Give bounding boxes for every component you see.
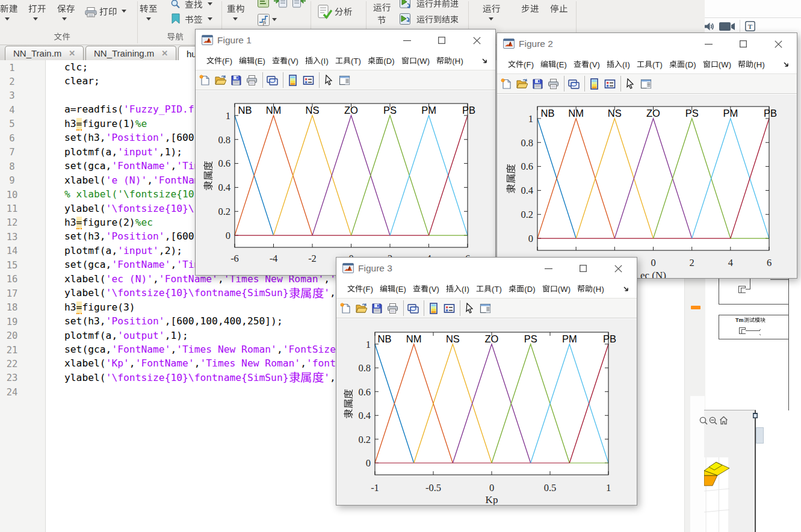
menu-f[interactable]: (F) (206, 57, 232, 66)
menu-v[interactable]: (V) (272, 57, 298, 66)
new-figure-icon[interactable] (340, 303, 351, 314)
print-figure-icon[interactable] (548, 78, 559, 90)
menu-h[interactable]: (H) (738, 60, 765, 69)
insert-colorbar-icon[interactable] (428, 303, 439, 314)
menu-d[interactable]: (D) (368, 57, 395, 66)
maximize-button[interactable] (729, 33, 757, 55)
open-button[interactable] (28, 4, 46, 14)
code-line-2[interactable]: clear; (64, 74, 100, 88)
goto-dropdown-caret[interactable] (146, 17, 151, 20)
edit-plot-cursor-icon[interactable] (625, 78, 636, 90)
menu-d[interactable]: (D) (509, 285, 536, 294)
zoom-in-icon[interactable] (699, 416, 708, 427)
menu-d[interactable]: (D) (669, 60, 696, 69)
menu-w[interactable]: (W) (401, 57, 430, 66)
dock-icon[interactable] (753, 410, 758, 421)
close-button[interactable] (604, 258, 632, 279)
print-figure-icon[interactable] (246, 75, 258, 86)
run-advance-button[interactable] (416, 0, 459, 8)
menu-overflow-icon[interactable] (623, 285, 631, 295)
save-figure-icon[interactable] (371, 303, 383, 314)
code-line-21[interactable]: set(gca,'FontName','Times New Roman','Fo… (64, 342, 371, 356)
analyze-button[interactable] (335, 7, 352, 17)
figure-titlebar[interactable]: Figure 3 (336, 258, 637, 280)
save-figure-icon[interactable] (532, 78, 543, 90)
insert-colorbar-icon[interactable] (589, 78, 600, 90)
menu-e[interactable]: (E) (540, 60, 567, 69)
insert-legend-icon[interactable] (303, 75, 314, 86)
speaker-icon[interactable] (705, 22, 715, 34)
tab-close-icon[interactable]: ✕ (161, 49, 168, 58)
code-line-20[interactable]: plotmf(a,'output',1); (64, 329, 188, 342)
menu-h[interactable]: (H) (577, 285, 604, 294)
figure-canvas[interactable]: -1-0.500.5100.20.40.60.81NBNMNSZOPSPMPBK… (336, 319, 637, 505)
link-plot-icon[interactable] (568, 78, 580, 90)
new-figure-icon[interactable] (199, 75, 211, 86)
property-inspector-icon[interactable] (480, 303, 491, 314)
save-button[interactable] (57, 4, 75, 14)
figure-canvas[interactable]: -6-4-2024600.20.40.60.81NBNMNSZOPSPMPBec… (497, 94, 797, 278)
menu-e[interactable]: (E) (380, 285, 406, 294)
minimize-button[interactable] (393, 29, 421, 51)
bookmark-dropdown-caret[interactable] (208, 17, 212, 20)
menu-h[interactable]: (H) (436, 57, 463, 66)
open-file-icon[interactable] (516, 78, 528, 90)
figure-window-3[interactable]: Figure 3(F)(E)(V)(I)(T)(D)(W)(H)-1-0.500… (336, 257, 637, 506)
menu-f[interactable]: (F) (347, 285, 373, 294)
run-section-button-line2[interactable] (377, 16, 386, 25)
menu-t[interactable]: (T) (637, 60, 663, 69)
menu-t[interactable]: (T) (335, 57, 361, 66)
code-line-7[interactable]: plotmf(a,'input',1); (64, 145, 182, 159)
menu-i[interactable]: (I) (607, 60, 630, 69)
link-plot-icon[interactable] (407, 303, 419, 314)
code-line-14[interactable]: plotmf(a,'input',2); (64, 244, 182, 258)
insert-legend-icon[interactable] (604, 78, 616, 90)
tab-close-icon[interactable]: ✕ (69, 49, 75, 58)
figure-canvas[interactable]: -6-4-2024600.20.40.60.81NBNMNSZOPSPMPBe … (196, 91, 495, 275)
editor-tab-NN_Train.m[interactable]: NN_Train.m✕ (5, 46, 84, 60)
function-dropdown-caret[interactable] (272, 18, 277, 21)
new-figure-icon[interactable] (501, 78, 512, 90)
code-line-12[interactable]: h3=figure(2)%ec (64, 215, 153, 229)
figure-titlebar[interactable]: Figure 2 (497, 33, 797, 55)
save-dropdown-caret[interactable] (62, 17, 67, 20)
indent-out-icon[interactable] (292, 0, 306, 10)
code-line-18[interactable]: h3=figure(3) (64, 300, 135, 314)
bookmark-button[interactable] (185, 15, 202, 25)
menu-i[interactable]: (I) (305, 57, 329, 66)
run-section-button[interactable] (373, 3, 391, 13)
menu-i[interactable]: (I) (446, 285, 469, 294)
menu-e[interactable]: (E) (239, 57, 265, 66)
maximize-button[interactable] (428, 29, 456, 51)
close-button[interactable] (463, 29, 490, 51)
code-line-5[interactable]: h3=figure(1)%e (64, 117, 147, 131)
warning-marker[interactable] (691, 306, 700, 309)
goto-button[interactable] (140, 4, 157, 14)
property-inspector-icon[interactable] (339, 75, 350, 86)
save-figure-icon[interactable] (230, 75, 242, 86)
insert-legend-icon[interactable] (444, 303, 455, 314)
print-button[interactable] (99, 7, 117, 17)
open-file-icon[interactable] (215, 75, 226, 86)
code-line-19[interactable]: set(h3,'Position',[600,100,400,250]); (64, 314, 283, 328)
zoom-out-icon[interactable] (709, 416, 717, 427)
minimize-button[interactable] (534, 258, 562, 279)
run-dropdown-caret[interactable] (489, 17, 493, 20)
home-icon[interactable] (719, 416, 728, 427)
figure-window-1[interactable]: Figure 1(F)(E)(V)(I)(T)(D)(W)(H)-6-4-202… (195, 29, 496, 276)
run-to-end-button[interactable] (416, 14, 459, 24)
refactor-button[interactable] (227, 4, 244, 14)
indent-in-icon[interactable] (274, 0, 287, 10)
new-script-button[interactable] (0, 4, 17, 14)
find-dropdown-caret[interactable] (208, 2, 212, 5)
print-dropdown-caret[interactable] (122, 10, 126, 13)
run-button[interactable] (483, 4, 500, 14)
property-inspector-icon[interactable] (640, 78, 652, 90)
code-line-1[interactable]: clc; (64, 60, 88, 74)
close-button[interactable] (764, 33, 792, 55)
open-file-icon[interactable] (356, 303, 367, 314)
figure-window-2[interactable]: Figure 2(F)(E)(V)(I)(T)(D)(W)(H)-6-4-202… (496, 32, 797, 279)
menu-v[interactable]: (V) (574, 60, 600, 69)
menu-v[interactable]: (V) (413, 285, 439, 294)
insert-colorbar-icon[interactable] (287, 75, 298, 86)
